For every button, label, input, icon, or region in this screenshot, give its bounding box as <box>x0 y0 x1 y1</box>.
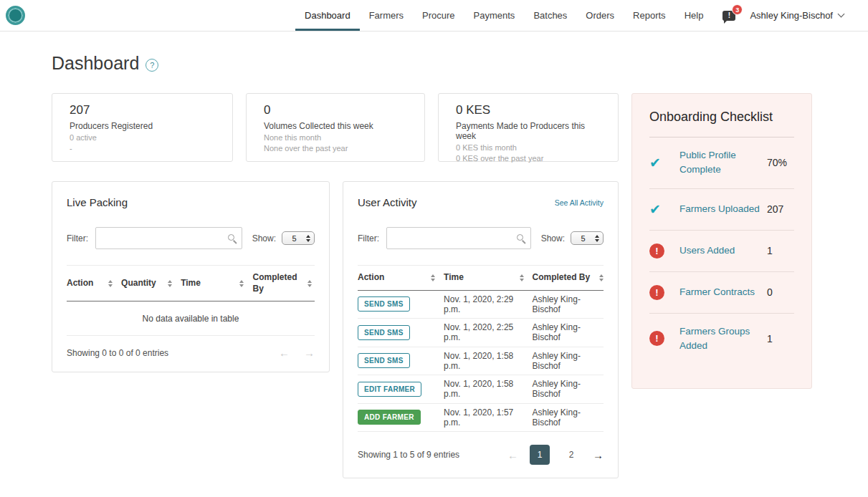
show-label: Show: <box>541 233 565 243</box>
empty-table-message: No data available in table <box>67 301 315 336</box>
checklist-item-value: 1 <box>767 333 794 344</box>
search-icon <box>228 234 234 241</box>
live-packing-filter-input[interactable] <box>95 227 242 249</box>
list-item: Users Added 1 <box>649 231 794 272</box>
checklist-item-label[interactable]: Farmers Uploaded <box>679 202 767 216</box>
sort-icon <box>108 280 113 287</box>
page-title: Dashboard <box>52 53 139 74</box>
stat-subtext: None this month <box>264 133 407 142</box>
page-button-1[interactable]: 1 <box>530 445 550 465</box>
checklist-item-label[interactable]: Public Profile Complete <box>679 148 767 178</box>
top-navigation-bar: Dashboard Farmers Procure Payments Batch… <box>0 0 868 32</box>
sort-icon <box>599 274 604 281</box>
checklist-item-label[interactable]: Users Added <box>679 243 767 258</box>
action-badge[interactable]: ADD FARMER <box>358 410 421 425</box>
notifications-button[interactable]: ! 3 <box>712 0 745 31</box>
live-packing-filter-row: Filter: Show: 5 <box>67 227 315 249</box>
nav-tab-payments[interactable]: Payments <box>464 0 525 31</box>
column-header-time[interactable]: Time <box>181 278 252 289</box>
stat-subtext: None over the past year <box>264 144 407 153</box>
user-account-menu[interactable]: Ashley King-Bischof <box>745 0 848 31</box>
user-name: Ashley King-Bischof <box>750 10 833 21</box>
row-time: Nov. 1, 2020, 2:29 p.m. <box>444 294 532 314</box>
alert-icon <box>649 331 679 346</box>
column-header-time[interactable]: Time <box>444 272 532 284</box>
next-page-icon[interactable] <box>593 449 604 461</box>
user-activity-show-select[interactable]: 5 <box>571 231 604 245</box>
live-packing-table-header: Action Quantity Time Completed By <box>67 265 315 301</box>
nav-tab-dashboard[interactable]: Dashboard <box>295 0 360 31</box>
row-completed-by: Ashley King-Bischof <box>533 379 604 399</box>
next-page-icon[interactable] <box>304 347 315 359</box>
user-activity-entries-info: Showing 1 to 5 of 9 entries <box>358 450 459 460</box>
nav-tab-orders[interactable]: Orders <box>576 0 624 31</box>
sort-icon <box>307 280 312 287</box>
checklist-title: Onboarding Checklist <box>649 110 794 125</box>
see-all-activity-link[interactable]: See All Activity <box>555 198 604 207</box>
column-header-action[interactable]: Action <box>67 278 121 289</box>
stat-value: 0 KES <box>456 103 601 117</box>
checklist-item-value: 1 <box>767 245 794 256</box>
check-icon <box>649 155 679 171</box>
nav-tab-help[interactable]: Help <box>675 0 713 31</box>
filter-label: Filter: <box>67 233 88 243</box>
filter-label: Filter: <box>358 233 379 243</box>
stat-card-producers: 207 Producers Registered 0 active - <box>52 93 233 162</box>
help-question-icon[interactable]: ? <box>146 59 158 72</box>
live-packing-title: Live Packing <box>67 196 315 208</box>
show-select-value: 5 <box>282 234 306 243</box>
list-item: Farmer Contracts 0 <box>649 272 794 314</box>
column-header-action[interactable]: Action <box>358 272 444 284</box>
action-badge[interactable]: SEND SMS <box>358 325 410 340</box>
list-item: Farmers Groups Added 1 <box>649 314 794 365</box>
nav-tab-procure[interactable]: Procure <box>413 0 464 31</box>
row-time: Nov. 1, 2020, 1:58 p.m. <box>444 351 532 371</box>
user-activity-filter-input[interactable] <box>386 227 531 249</box>
stat-subtext: - <box>70 144 215 153</box>
prev-page-icon[interactable] <box>279 347 290 359</box>
checklist-item-label[interactable]: Farmer Contracts <box>679 285 767 299</box>
chevron-down-icon <box>838 11 845 18</box>
live-packing-entries-info: Showing 0 to 0 of 0 entries <box>67 348 168 358</box>
app-logo[interactable] <box>6 6 25 25</box>
action-badge[interactable]: EDIT FARMER <box>358 382 421 397</box>
alert-icon <box>649 243 679 259</box>
row-time: Nov. 1, 2020, 1:58 p.m. <box>444 379 532 399</box>
row-completed-by: Ashley King-Bischof <box>533 294 604 314</box>
search-icon <box>517 234 523 241</box>
table-row: EDIT FARMER Nov. 1, 2020, 1:58 p.m. Ashl… <box>358 375 604 404</box>
onboarding-checklist-panel: Onboarding Checklist Public Profile Comp… <box>631 93 812 389</box>
nav-tab-batches[interactable]: Batches <box>524 0 576 31</box>
stat-subtext: 0 KES this month <box>456 143 601 152</box>
page-title-row: Dashboard ? <box>52 53 158 74</box>
live-packing-panel: Live Packing Filter: Show: 5 Action Quan… <box>52 181 330 372</box>
action-badge[interactable]: SEND SMS <box>358 296 410 312</box>
stat-subtext: 0 active <box>70 133 215 142</box>
stat-label: Volumes Collected this week <box>264 121 407 131</box>
checklist-item-value: 0 <box>767 286 794 298</box>
row-completed-by: Ashley King-Bischof <box>533 407 604 428</box>
prev-page-icon[interactable] <box>507 449 518 461</box>
live-packing-show-select[interactable]: 5 <box>282 231 315 245</box>
nav-tab-farmers[interactable]: Farmers <box>360 0 413 31</box>
table-row: ADD FARMER Nov. 1, 2020, 1:57 p.m. Ashle… <box>358 404 604 433</box>
nav-tab-reports[interactable]: Reports <box>624 0 675 31</box>
column-header-completed-by[interactable]: Completed By <box>533 272 604 284</box>
table-row: SEND SMS Nov. 1, 2020, 1:58 p.m. Ashley … <box>358 347 604 376</box>
action-badge[interactable]: SEND SMS <box>358 353 410 368</box>
row-completed-by: Ashley King-Bischof <box>533 322 604 342</box>
user-activity-filter-row: Filter: Show: 5 <box>358 227 604 249</box>
checklist-item-value: 207 <box>767 203 794 215</box>
column-header-completed-by[interactable]: Completed By <box>252 272 315 294</box>
checklist-item-label[interactable]: Farmers Groups Added <box>679 324 767 354</box>
list-item: Farmers Uploaded 207 <box>649 189 794 231</box>
page-button-2[interactable]: 2 <box>561 445 581 465</box>
stepper-arrows-icon <box>595 235 599 242</box>
column-header-quantity[interactable]: Quantity <box>121 278 181 289</box>
show-select-value: 5 <box>571 234 595 243</box>
sort-icon <box>431 274 435 281</box>
stat-card-payments: 0 KES Payments Made to Producers this we… <box>438 93 619 162</box>
list-item: Public Profile Complete 70% <box>649 137 794 189</box>
show-label: Show: <box>252 233 276 243</box>
user-activity-panel: User Activity See All Activity Filter: S… <box>343 181 619 478</box>
